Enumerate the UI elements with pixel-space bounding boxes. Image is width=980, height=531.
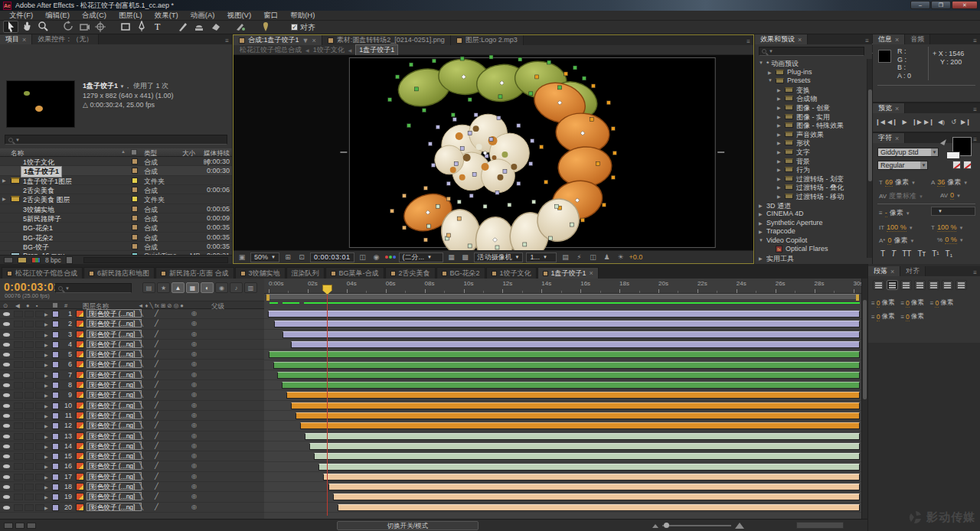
label-chip[interactable] [132, 187, 138, 193]
layer-duration-bar[interactable] [328, 484, 860, 490]
label-chip[interactable] [52, 433, 59, 440]
close-icon[interactable]: × [312, 37, 315, 44]
layer-name[interactable]: [彩色饺子 (...ng] [87, 482, 142, 490]
toggle-switches-modes-button[interactable]: 切换开关/模式 [337, 521, 479, 530]
font-family-dropdown[interactable]: Giddyup Std ▼ [877, 148, 939, 157]
menu-item[interactable]: 合成(C) [76, 11, 113, 21]
kerning-field[interactable]: AV 度量标准 ▼ [879, 191, 923, 201]
effects-icon[interactable]: ╱ [155, 483, 158, 490]
effects-tree-item[interactable]: ▼Presets [755, 77, 867, 86]
new-composition-icon[interactable] [31, 257, 41, 263]
view-options-icon[interactable]: ▣ [237, 252, 247, 262]
toggle-cell[interactable] [24, 433, 34, 440]
timeline-vertical-scrollbar[interactable] [861, 279, 867, 519]
layer-duration-bar[interactable] [305, 433, 860, 440]
minimize-button[interactable]: – [910, 1, 930, 9]
tsume-field[interactable]: % 0 % ▼ [937, 236, 964, 244]
chevron-down-icon[interactable]: ▼ [910, 239, 914, 243]
chevron-right-icon[interactable]: ▶ [44, 383, 48, 388]
toggle-cell[interactable] [35, 443, 44, 450]
effects-icon[interactable]: ╱ [155, 331, 158, 337]
toggle-cell[interactable] [14, 402, 23, 409]
quality-icon[interactable]: ╲ [139, 483, 143, 490]
chevron-right-icon[interactable]: ▶ [44, 362, 48, 367]
chevron-right-icon[interactable]: ▶ [777, 184, 781, 190]
effects-icon[interactable]: ╱ [155, 452, 158, 459]
eye-icon[interactable] [3, 322, 10, 326]
toggle-cell[interactable] [35, 453, 44, 460]
timeline-tab[interactable]: 新民路店-店面 合成 [155, 267, 234, 279]
layer-name[interactable]: [彩色饺子 (...ng] [87, 360, 142, 368]
align-button[interactable] [956, 280, 967, 290]
breadcrumb-item[interactable]: 1盘子饺子1 [355, 44, 398, 56]
transfer-mode-icon[interactable]: ◎ [191, 310, 197, 317]
project-item[interactable]: 3饺舖实地合成0:00:05 [0, 204, 232, 213]
menu-item[interactable]: 帮助(H) [284, 11, 321, 21]
effects-tree-item[interactable]: ▶文字 [755, 148, 867, 157]
chevron-right-icon[interactable]: ▶ [44, 454, 48, 459]
label-chip[interactable] [132, 168, 138, 174]
layer-row[interactable]: ▶5[彩色饺子 (...ng]╲╱◎ [0, 350, 264, 360]
quality-icon[interactable]: ╲ [139, 320, 143, 327]
eye-icon[interactable] [3, 353, 10, 357]
chevron-down-icon[interactable]: ▼ [759, 60, 763, 65]
chevron-right-icon[interactable]: ▶ [44, 321, 48, 327]
panel-menu-icon[interactable]: ≡ [746, 38, 753, 45]
effects-tree-item[interactable]: ▶图像 - 创意 [755, 103, 867, 112]
panel-menu-icon[interactable]: ≡ [865, 37, 872, 44]
layer-row[interactable]: ▶1[彩色饺子 (...ng]╲╱◎ [0, 309, 264, 319]
timeline-tab[interactable]: 渲染队列 [286, 267, 325, 279]
label-chip[interactable] [52, 372, 59, 379]
toggle-cell[interactable] [35, 474, 44, 481]
toggle-cell[interactable] [24, 351, 34, 358]
horizontal-scale-field[interactable]: T 100 % ▼ [931, 223, 963, 232]
chevron-down-icon[interactable]: ▼ [759, 238, 763, 243]
label-column-icon[interactable] [131, 149, 137, 155]
label-chip[interactable] [52, 504, 59, 511]
layer-row[interactable]: ▶17[彩色饺子 (...ng]╲╱◎ [0, 472, 264, 482]
toggle-cell[interactable] [14, 422, 23, 429]
effects-tree-item[interactable]: ▶3D 通道 [755, 201, 867, 210]
reset-exposure-icon[interactable]: ☀ [615, 252, 626, 262]
chevron-right-icon[interactable]: ▶ [777, 149, 781, 155]
breadcrumb-item[interactable]: 1饺子文化 [313, 45, 345, 55]
toggle-cell[interactable] [14, 321, 23, 327]
layer-row[interactable]: ▶10[彩色饺子 (...ng]╲╱◎ [0, 401, 264, 411]
quality-icon[interactable]: ╲ [139, 360, 143, 367]
close-icon[interactable]: × [798, 36, 802, 44]
chevron-right-icon[interactable]: ▶ [777, 114, 781, 119]
layer-duration-bar[interactable] [277, 372, 860, 379]
stroke-width-field[interactable]: ≡ - 像素 ▼ [879, 208, 910, 218]
tracking-field[interactable]: AV 0 ▼ [940, 191, 961, 200]
toggle-cell[interactable] [24, 402, 34, 409]
effects-icon[interactable]: ╱ [155, 310, 158, 317]
eye-icon[interactable] [3, 506, 10, 510]
toggle-cell[interactable] [35, 412, 44, 419]
chevron-right-icon[interactable]: ▶ [777, 87, 781, 93]
toggle-cell[interactable] [35, 494, 44, 500]
align-button[interactable] [914, 280, 926, 290]
space-before-field[interactable]: ≡0像素 [871, 312, 894, 321]
layer-row[interactable]: ▶2[彩色饺子 (...ng]╲╱◎ [0, 319, 264, 329]
effects-icon[interactable]: ╱ [155, 402, 158, 409]
toggle-cell[interactable] [35, 392, 44, 399]
label-chip[interactable] [132, 243, 138, 249]
chevron-right-icon[interactable]: ▶ [44, 505, 48, 510]
leading-field[interactable]: A 36 像素 ▼ [931, 178, 968, 187]
toggle-cell[interactable] [35, 484, 44, 490]
composition-tab[interactable]: 图层:Logo 2.mp3 [451, 35, 524, 45]
zoom-out-icon[interactable] [652, 524, 658, 528]
chevron-down-icon[interactable]: ▼ [768, 78, 773, 83]
work-area-bar[interactable] [266, 294, 860, 300]
layer-row[interactable]: ▶3[彩色饺子 (...ng]╲╱◎ [0, 330, 264, 340]
timeline-button-icon[interactable]: ◫ [587, 252, 598, 262]
timeline-horizontal-scrollbar[interactable] [796, 522, 844, 529]
toggle-cell[interactable] [35, 422, 44, 429]
layer-duration-bar[interactable] [323, 474, 860, 481]
chevron-down-icon[interactable]: ▼ [909, 226, 913, 230]
shape-tool-icon[interactable] [118, 21, 133, 33]
effects-tree-item[interactable]: ▶过渡转场 - 移动 [755, 192, 867, 201]
superscript-icon[interactable]: T¹ [932, 249, 939, 258]
toggle-cell[interactable] [35, 382, 44, 389]
project-search-input[interactable]: ▼ [5, 135, 227, 145]
